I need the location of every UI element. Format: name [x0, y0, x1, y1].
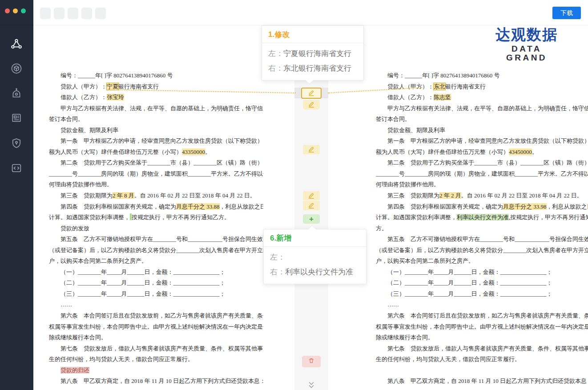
doc-line: 贷款人（甲方）：东北银行海南省支行: [376, 81, 588, 92]
diff-tooltip-modify: 1.修改 左：宁夏银行海南省支行 右：东北银行海南省支行: [262, 25, 364, 80]
doc-line: 第七条 贷款发放后，借款人与售房者就该房产有关质量、条件、权属等其他事宜发: [376, 343, 588, 354]
pencil-icon: [308, 102, 315, 108]
window-controls: [0, 0, 33, 25]
doc-line: （二）________年_____月______日，金额：___________…: [49, 277, 263, 289]
app-sidebar: [0, 0, 33, 390]
diff-marker-add[interactable]: +: [303, 214, 320, 224]
doc-line: 第二条 贷款用于乙方购买坐落于________市（县）________区（镇）路…: [376, 157, 588, 169]
doc-line: 第八条 甲乙双方商定，自 2018 年 11 月 10 日起乙方用下列方式归还贷…: [49, 376, 263, 387]
doc-line: 第六条 本合同签订后且在贷款发放前，如乙方与售房者就该房产有关质量、条件、: [49, 310, 263, 322]
diff-marker-edit[interactable]: [303, 145, 320, 154]
diff-highlight: 43450000: [509, 149, 532, 155]
diff-highlight: 月息千分之 33.88: [176, 203, 220, 210]
doc-line: 借款人（乙方）：张宝玲: [49, 92, 263, 103]
doc-line: 第四条 贷款利率根据国家有关规定，确定为月息千分之 33.88，利息从放款之日起: [49, 201, 263, 213]
doc-line: 甲方与乙方根据有关法律、法规，在平等、自愿的基础上，为明确责任，恪守信用，: [49, 103, 263, 114]
toolbar-placeholder: [54, 8, 64, 19]
diff-marker-edit[interactable]: [303, 201, 320, 210]
doc-line: 方。: [376, 223, 588, 234]
diff-marker-edit[interactable]: [303, 100, 320, 109]
diff-highlight: 利率以央行文件为准: [457, 214, 509, 221]
toolbar-placeholder: [68, 8, 78, 19]
tooltip-row-right: 右：东北银行海南省支行: [268, 61, 357, 76]
doc-line: （或登记备案）后，以乙方购楼款的名义将贷款分________次划入售房者在甲方开…: [49, 245, 263, 256]
diff-highlight: 2 年 8 月: [113, 192, 134, 199]
doc-line: （三）________年_____月______日，金额：___________…: [49, 289, 263, 300]
diff-highlight: 张宝玲: [107, 94, 124, 101]
diff-marker-edit[interactable]: [303, 191, 320, 201]
toolbar-placeholder: [81, 8, 92, 19]
pencil-icon: [308, 203, 315, 209]
doc-line: 第五条 乙方不可撤销地授权甲方在________号和____________号担…: [49, 234, 263, 245]
tooltip-title: 1.修改: [262, 26, 363, 43]
doc-line: 第六条 本合同签订后且在贷款发放前，如乙方与售房者就该房产有关质量、条件、: [376, 310, 588, 322]
download-button[interactable]: 下载: [552, 7, 581, 19]
doc-line: 第二条 贷款用于乙方购买坐落于________市（县）________区（镇）路…: [49, 157, 263, 169]
diff-highlight: 宁夏: [107, 83, 118, 90]
doc-line: 权属等事宜发生纠纷，本合同即告中止。由甲方视上述纠纷解决情况在一年内决定是否解: [49, 322, 263, 333]
doc-line: 权属等事宜发生纠纷，本合同即告中止。由甲方视上述纠纷解决情况在一年内决定是否解: [376, 322, 588, 333]
chevron-double-down-icon[interactable]: [306, 382, 317, 389]
doc-line: 签订本合同。: [376, 114, 588, 125]
pencil-icon: [308, 90, 315, 96]
doc-line: 除或继续履行本合同。: [376, 332, 588, 343]
diff-highlight: 东北: [434, 83, 445, 90]
diff-highlight: 43350000: [182, 149, 205, 155]
tooltip-row-left: 左：: [270, 250, 360, 265]
doc-line: （或登记备案）后，以乙方购楼款的名义将贷款分________次划入售房者在甲方开…: [376, 245, 588, 256]
doc-line: 额为人民币（大写）肆仟叁佰肆拾伍万元整（小写）43350000。: [49, 147, 263, 158]
diff-highlight: 陈志坚: [434, 94, 451, 101]
doc-line: 何理由将贷款挪作他用。: [376, 179, 588, 190]
doc-line: 第一条 甲方根据乙方的申请，经审查同意向乙方发放住房贷款（以下称贷款），金: [376, 136, 588, 147]
doc-line: 何理由将贷款挪作他用。: [49, 179, 263, 190]
sidebar-item-document-card-icon[interactable]: [10, 112, 23, 124]
doc-line: （一）________年_____月______日，金额：___________…: [49, 267, 263, 278]
doc-line: ……: [376, 299, 588, 310]
toolbar-placeholder: [95, 8, 106, 19]
doc-line: 贷款的归还: [49, 365, 263, 376]
doc-line: 户，以购买本合同第二条所列之房产。: [49, 256, 263, 267]
doc-line: 第四条 贷款利率根据国家有关规定，确定为月息千分之 33.98，利息从放款之日起: [376, 201, 588, 213]
toolbar-placeholder: [40, 8, 51, 19]
doc-line: 第三条 贷款期限为2 年 2 月。自 2016 年 02 月 22 日至 201…: [376, 190, 588, 201]
doc-line: 第一条 甲方根据乙方的申请，经审查同意向乙方发放住房贷款（以下称贷款），金: [49, 136, 263, 147]
doc-line: 计算。如遇国家贷款利率调整，利率以央行文件为准,按规定执行，甲方不再另行通知乙: [376, 212, 588, 223]
sidebar-item-code-icon[interactable]: [10, 162, 23, 174]
doc-line: 借款人（乙方）：陈志坚: [376, 92, 588, 103]
close-window-button[interactable]: [5, 8, 10, 13]
sidebar-item-shield-key-icon[interactable]: [10, 137, 23, 149]
pencil-icon: [308, 147, 315, 153]
doc-line: 甲方与乙方根据有关法律、法规，在平等、自愿的基础上，为明确责任，恪守信用，: [376, 103, 588, 114]
doc-line: 户，以购买本合同第二条所列之房产。: [376, 256, 588, 267]
brand-logo-en: DATA GRAND: [490, 44, 563, 62]
doc-line: （一）________年_____月______日，金额：___________…: [376, 267, 588, 278]
doc-line: 编号：______年[ ]字 802764138940176860 号: [49, 70, 263, 81]
zoom-window-button[interactable]: [21, 8, 26, 13]
doc-line: 生的任何纠纷，均与贷款人无关，借款合同应正常履行。: [49, 354, 263, 365]
document-left: 编号：______年[ ]字 802764138940176860 号 贷款人（…: [49, 70, 263, 390]
diff-marker-edit-active[interactable]: [301, 88, 322, 99]
pencil-icon: [308, 193, 315, 199]
brand-logo: 达观数据 DATA GRAND: [490, 27, 563, 62]
tooltip-title: 6.新增: [264, 229, 366, 247]
sidebar-item-graph-network-icon[interactable]: [10, 38, 23, 50]
doc-line: 额为人民币（大写）肆仟叁佰肆拾伍万元整（小写）43450000。: [376, 147, 588, 158]
doc-line: （二）________年_____月______日，金额：___________…: [376, 277, 588, 289]
doc-line: 计算。如遇国家贷款利率调整，按规定执行，甲方不再另行通知乙方。: [49, 212, 263, 223]
doc-line: 生的任何纠纷，均与贷款人无关，借款合同应正常履行。: [376, 354, 588, 365]
doc-line: 第七条 贷款发放后，借款人与售房者就该房产有关质量、条件、权属等其他事宜发: [49, 343, 263, 354]
doc-line: [376, 365, 588, 376]
doc-line: 第八条 甲乙双方商定，自 2018 年 11 月 10 日起乙方用下列方式归还贷…: [376, 376, 588, 387]
tooltip-row-left: 左：宁夏银行海南省支行: [268, 46, 357, 61]
brand-logo-cn: 达观数据: [490, 27, 563, 43]
minimize-window-button[interactable]: [13, 8, 18, 13]
top-toolbar: 下载: [33, 0, 588, 25]
doc-line: 贷款金额、期限及利率: [376, 125, 588, 136]
doc-line: ________号________房间的现（期）房物业，建筑面积________…: [376, 169, 588, 180]
doc-line: 贷款的发放: [49, 223, 263, 234]
diff-marker-del[interactable]: [302, 356, 321, 367]
sidebar-item-robot-icon[interactable]: [10, 87, 23, 100]
doc-line: ……: [49, 299, 263, 310]
sidebar-item-cube-icon[interactable]: [10, 62, 23, 75]
doc-line: 签订本合同。: [49, 114, 263, 125]
